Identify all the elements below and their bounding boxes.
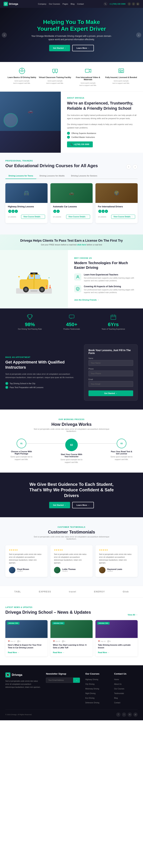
contact-button[interactable]: 📞 +1(700) 330 0089 bbox=[67, 142, 93, 147]
feature-item-0: Learn Basics Of Driving Safely Some quic… bbox=[5, 67, 38, 87]
svg-point-1 bbox=[105, 3, 106, 4]
stars-1: ★★★★★ bbox=[54, 549, 89, 551]
hero-prev-arrow[interactable]: ‹ bbox=[2, 32, 7, 37]
svg-point-29 bbox=[40, 288, 44, 291]
course-title-1: Automatic Car Lessons bbox=[53, 206, 90, 208]
newsletter-form: → bbox=[46, 678, 80, 683]
how-desc: Sed ut perspiciatis unde omnis iste natu… bbox=[29, 428, 114, 432]
appointment-desc: Sed ut perspiciatis unde omnis iste natu… bbox=[5, 372, 77, 379]
about-heading: We're an Experienced, Trustworthy, Relia… bbox=[67, 101, 137, 111]
nav-pages[interactable]: Pages bbox=[63, 3, 68, 5]
testimonial-1: ★★★★★ Sed ut perspiciatis unde omnis ist… bbox=[50, 545, 93, 577]
author-avatar-0 bbox=[9, 567, 16, 573]
about-check-1: ✓ Certified Master Instructors bbox=[67, 136, 137, 138]
blog-link-0[interactable]: Read More → bbox=[8, 652, 19, 653]
modern-feature-title-1: Covering All Aspects of Safe Driving bbox=[84, 285, 137, 288]
course-btn-1[interactable]: View Course Details → bbox=[66, 215, 90, 219]
appt-check-0: ✓ Top Driving School in the City bbox=[5, 382, 77, 385]
blog-header: Latest News & Updates Drivega Driving Sc… bbox=[5, 606, 138, 616]
blog-link-1[interactable]: Read More → bbox=[53, 652, 64, 653]
testimonials-grid: ★★★★★ Sed ut perspiciatis unde omnis ist… bbox=[5, 545, 138, 577]
courses-tabs: Driving Lessons for Teens Driving Lesson… bbox=[5, 173, 138, 179]
about-section: 🚗 About Drivega We're an Experienced, Tr… bbox=[0, 92, 143, 153]
appointment-heading: Get Appointment With Qualified Instructo… bbox=[5, 360, 77, 370]
phone-input[interactable] bbox=[88, 371, 133, 376]
blog-link-2[interactable]: Read More → bbox=[98, 652, 109, 653]
footer-instagram-icon[interactable]: in bbox=[127, 712, 132, 717]
modern-feature-desc-0: Our professional team supports your abil… bbox=[84, 277, 137, 282]
about-content: About Drivega We're an Experienced, Trus… bbox=[61, 92, 143, 153]
blog-comments-1: 💬 5 bbox=[62, 641, 65, 642]
footer-link-5[interactable]: Defensive Driving bbox=[85, 702, 99, 704]
nav-contact[interactable]: Contact bbox=[77, 3, 84, 5]
appointment-section: Make An Appointment Get Appointment With… bbox=[0, 335, 143, 409]
footer-link-3[interactable]: Night Driving bbox=[85, 692, 95, 694]
footer-link-4[interactable]: Eco Driving bbox=[85, 697, 94, 699]
footer-contact-link-3[interactable]: Testimonials bbox=[114, 692, 124, 694]
nav-courses[interactable]: Our Courses bbox=[49, 3, 60, 5]
newsletter-submit-button[interactable]: → bbox=[73, 678, 80, 683]
tab-adults[interactable]: Driving Lessons for Adults bbox=[36, 173, 68, 179]
course-lessons-2: 15 Lessons bbox=[98, 216, 106, 218]
footer-link-1[interactable]: City Driving bbox=[85, 683, 94, 685]
newsletter-input[interactable] bbox=[46, 678, 73, 683]
footer-youtube-icon[interactable]: yt bbox=[133, 712, 138, 717]
course-btn-0[interactable]: View Course Details → bbox=[21, 215, 45, 219]
blog-grid: DRIVING TIPS 📅 Nov 17 💬 2 Here's What to… bbox=[5, 620, 138, 656]
main-nav: Company Our Courses Pages Blog Contact bbox=[38, 3, 84, 5]
get-started-button[interactable]: Get Started → bbox=[49, 45, 70, 51]
course-card-1: 🚗 Automatic Car Lessons D E 10 Lessons V… bbox=[50, 183, 93, 223]
footer-link-2[interactable]: Motorway Driving bbox=[85, 688, 99, 690]
footer-contact-link-1[interactable]: About Us bbox=[114, 683, 121, 685]
appointment-checks: ✓ Top Driving School in the City ✓ Pass … bbox=[5, 382, 77, 389]
blog-tag: Latest News & Updates bbox=[5, 606, 91, 608]
footer-contact-link-0[interactable]: Home bbox=[114, 679, 119, 680]
course-btn-2[interactable]: View Course Details → bbox=[111, 215, 135, 219]
pass-test-link[interactable]: click here bbox=[77, 244, 86, 246]
course-title-0: Highway Driving Lessons bbox=[8, 206, 45, 208]
stat-2: 6Yrs Years of Teaching Experience bbox=[102, 314, 125, 330]
course-card-2: 🌍 For International Drivers F G H 15 Les… bbox=[95, 183, 138, 223]
courses-section: Professional Trainers Our Educational Dr… bbox=[0, 153, 143, 235]
footer-contact-title: Contact Us bbox=[114, 673, 138, 675]
video-icon bbox=[84, 67, 92, 75]
stat-label-0: Our Driving Test Passing Rate bbox=[18, 328, 42, 330]
footer-twitter-icon[interactable]: t bbox=[122, 712, 126, 717]
form-submit-button[interactable]: Get Started → bbox=[88, 391, 133, 396]
email-input[interactable] bbox=[88, 381, 133, 387]
facebook-icon[interactable]: f bbox=[127, 2, 131, 5]
tab-teens[interactable]: Driving Lessons for Teens bbox=[5, 173, 36, 179]
blog-category-0: DRIVING TIPS bbox=[7, 622, 20, 625]
courses-prev-button[interactable]: ‹ bbox=[126, 164, 131, 169]
stars-0: ★★★★★ bbox=[9, 549, 44, 551]
courses-next-button[interactable]: › bbox=[133, 164, 138, 169]
instagram-icon[interactable]: in bbox=[136, 2, 139, 5]
search-icon[interactable] bbox=[104, 2, 107, 6]
blog-view-all-link[interactable]: View All → bbox=[127, 614, 138, 616]
footer-contact-link-5[interactable]: Contact bbox=[114, 702, 120, 704]
nav-blog[interactable]: Blog bbox=[70, 3, 75, 5]
guidance-learn-button[interactable]: Learn More → bbox=[72, 502, 94, 508]
footer-contact-link-4[interactable]: Blog bbox=[114, 697, 118, 699]
logo[interactable]: Drivega bbox=[4, 2, 18, 6]
tab-seniors[interactable]: Driving Lessons for Seniors bbox=[68, 173, 101, 179]
footer-contact-link-2[interactable]: Our Courses bbox=[114, 688, 124, 690]
twitter-icon[interactable]: t bbox=[132, 2, 135, 5]
hero-next-arrow[interactable]: › bbox=[136, 32, 141, 37]
svg-point-35 bbox=[30, 274, 33, 277]
name-input[interactable] bbox=[88, 360, 133, 366]
how-tag: Our Working Process bbox=[5, 418, 138, 421]
chat-icon bbox=[68, 314, 75, 320]
footer-brand: Drivega Sed ut perspiciatis unde omnis i… bbox=[5, 673, 40, 704]
nav-company[interactable]: Company bbox=[38, 3, 46, 5]
feature-item-2: Free International Video & Materials Som… bbox=[72, 67, 105, 87]
learn-more-button[interactable]: Learn More → bbox=[72, 45, 94, 51]
header-phone[interactable]: +1 (700) 330 0089 bbox=[109, 3, 125, 5]
testimonials-tag: Customer Testimonials bbox=[5, 526, 138, 528]
guidance-start-button[interactable]: Get Started → bbox=[49, 502, 70, 508]
footer-facebook-icon[interactable]: f bbox=[116, 712, 120, 717]
footer-link-0[interactable]: Highway Driving bbox=[85, 679, 98, 680]
steering-wheel-icon bbox=[18, 67, 26, 75]
step-desc-2: Some quick example text to support card … bbox=[109, 456, 134, 461]
join-link[interactable]: Join the Driving Friends → bbox=[74, 299, 99, 301]
